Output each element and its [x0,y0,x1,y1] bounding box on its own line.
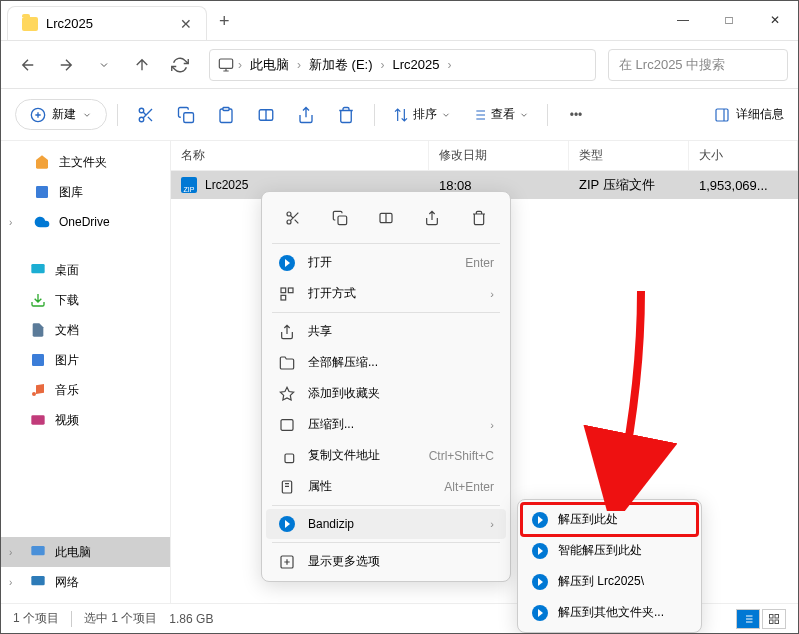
sidebar-item-downloads[interactable]: 下载 [1,285,170,315]
chevron-right-icon: › [297,58,301,72]
chevron-right-icon[interactable]: › [9,217,12,228]
submenu-extract-other[interactable]: 解压到其他文件夹... [522,597,697,628]
chevron-right-icon: › [448,58,452,72]
archive-icon [278,417,296,433]
view-button[interactable]: 查看 [463,102,537,127]
window-controls: — □ ✕ [660,0,798,40]
forward-button[interactable] [49,48,83,82]
properties-icon [278,479,296,495]
status-selected: 选中 1 个项目 [84,610,157,627]
rename-button[interactable] [248,97,284,133]
monitor-icon [218,57,234,73]
pc-icon [29,543,47,561]
window-tab[interactable]: Lrc2025 ✕ [7,6,207,40]
minimize-button[interactable]: — [660,0,706,40]
sidebar-item-onedrive[interactable]: › OneDrive [1,207,170,237]
share-button[interactable] [416,202,448,234]
ctx-show-more[interactable]: 显示更多选项 [266,546,506,577]
svg-rect-28 [775,614,779,618]
new-label: 新建 [52,106,76,123]
bandizip-icon [279,255,295,271]
new-tab-button[interactable]: + [219,11,230,32]
ctx-bandizip[interactable]: Bandizip › [266,509,506,539]
details-label: 详细信息 [736,106,784,123]
column-headers: 名称 修改日期 类型 大小 [171,141,798,171]
share-button[interactable] [288,97,324,133]
quick-actions [266,196,506,240]
breadcrumb-item[interactable]: 新加卷 (E:) [305,54,377,76]
chevron-down-icon[interactable] [87,48,121,82]
document-icon [29,321,47,339]
icons-view-toggle[interactable] [762,609,786,629]
sidebar-item-this-pc[interactable]: › 此电脑 [1,537,170,567]
delete-button[interactable] [328,97,364,133]
rename-button[interactable] [370,202,402,234]
close-button[interactable]: ✕ [752,0,798,40]
sort-button[interactable]: 排序 [385,102,459,127]
extract-icon [278,355,296,371]
folder-icon [22,17,38,31]
home-icon [33,153,51,171]
column-header-type[interactable]: 类型 [569,141,689,170]
video-icon [29,411,47,429]
sidebar-item-videos[interactable]: 视频 [1,405,170,435]
svg-rect-24 [285,454,294,463]
titlebar: Lrc2025 ✕ + — □ ✕ [1,1,798,41]
sidebar-item-desktop[interactable]: 桌面 [1,255,170,285]
column-header-date[interactable]: 修改日期 [429,141,569,170]
ctx-open[interactable]: 打开 Enter [266,247,506,278]
sidebar-item-network[interactable]: › 网络 [1,567,170,597]
more-icon [278,554,296,570]
svg-point-3 [139,117,144,122]
svg-point-2 [139,108,144,113]
refresh-button[interactable] [163,48,197,82]
copy-button[interactable] [168,97,204,133]
more-button[interactable]: ••• [558,97,594,133]
up-button[interactable] [125,48,159,82]
breadcrumb-item[interactable]: 此电脑 [246,54,293,76]
svg-rect-20 [288,288,293,293]
ctx-extract-all[interactable]: 全部解压缩... [266,347,506,378]
ctx-open-with[interactable]: 打开方式 › [266,278,506,309]
column-header-name[interactable]: 名称 [171,141,429,170]
new-button[interactable]: 新建 [15,99,107,130]
details-pane-button[interactable]: 详细信息 [714,106,784,123]
sidebar: 主文件夹 图库 › OneDrive 桌面 下载 文档 图片 [1,141,171,603]
delete-button[interactable] [463,202,495,234]
tab-close-button[interactable]: ✕ [180,16,192,32]
chevron-right-icon[interactable]: › [9,577,12,588]
maximize-button[interactable]: □ [706,0,752,40]
chevron-right-icon: › [490,288,494,300]
ctx-compress-to[interactable]: 压缩到... › [266,409,506,440]
back-button[interactable] [11,48,45,82]
svg-rect-5 [223,107,229,110]
copy-button[interactable] [324,202,356,234]
ctx-properties[interactable]: 属性 Alt+Enter [266,471,506,502]
sidebar-item-pictures[interactable]: 图片 [1,345,170,375]
search-input[interactable]: 在 Lrc2025 中搜索 [608,49,788,81]
chevron-down-icon [82,110,92,120]
sidebar-item-music[interactable]: 音乐 [1,375,170,405]
breadcrumb-item[interactable]: Lrc2025 [389,55,444,74]
submenu-smart-extract[interactable]: 智能解压到此处 [522,535,697,566]
cut-button[interactable] [128,97,164,133]
chevron-right-icon[interactable]: › [9,547,12,558]
ctx-copy-path[interactable]: 复制文件地址 Ctrl+Shift+C [266,440,506,471]
chevron-right-icon: › [238,58,242,72]
gallery-icon [33,183,51,201]
sidebar-item-home[interactable]: 主文件夹 [1,147,170,177]
breadcrumb[interactable]: › 此电脑 › 新加卷 (E:) › Lrc2025 › [209,49,596,81]
cut-button[interactable] [277,202,309,234]
ctx-add-favorite[interactable]: 添加到收藏夹 [266,378,506,409]
network-icon [29,573,47,591]
submenu-extract-to[interactable]: 解压到 Lrc2025\ [522,566,697,597]
sidebar-item-documents[interactable]: 文档 [1,315,170,345]
ctx-share[interactable]: 共享 [266,316,506,347]
details-view-toggle[interactable] [736,609,760,629]
bandizip-icon [279,516,295,532]
svg-rect-7 [716,109,728,121]
svg-rect-27 [770,614,774,618]
paste-button[interactable] [208,97,244,133]
column-header-size[interactable]: 大小 [689,141,798,170]
sidebar-item-gallery[interactable]: 图库 [1,177,170,207]
